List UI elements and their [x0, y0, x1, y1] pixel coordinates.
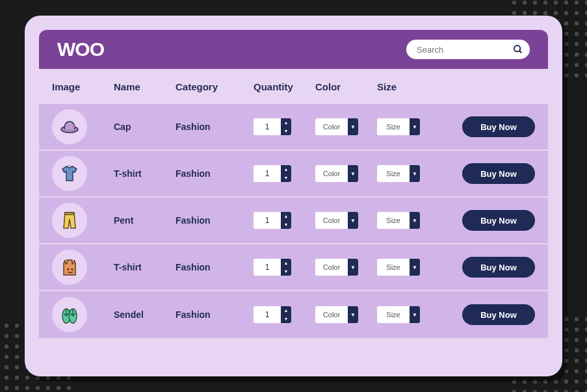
size-select[interactable]: Size ▼ — [377, 259, 420, 276]
table-row: Sendel Fashion 1 ▲ ▼ Color ▼ Size ▼ Buy … — [39, 291, 548, 338]
search-icon[interactable] — [513, 44, 523, 55]
table-header-row: Image Name Category Quantity Color Size — [39, 69, 548, 104]
product-image — [52, 203, 87, 238]
quantity-up-icon[interactable]: ▲ — [281, 259, 291, 267]
quantity-stepper[interactable]: 1 ▲ ▼ — [254, 165, 291, 182]
size-select-label: Size — [377, 118, 410, 135]
product-name: Cap — [114, 122, 176, 132]
color-select-label: Color — [315, 212, 348, 229]
product-category: Fashion — [176, 122, 254, 132]
product-name: Pent — [114, 215, 176, 226]
chevron-down-icon: ▼ — [348, 259, 358, 276]
quantity-down-icon[interactable]: ▼ — [281, 174, 291, 182]
col-category: Category — [176, 81, 254, 92]
chevron-down-icon: ▼ — [410, 259, 420, 276]
buy-now-button[interactable]: Buy Now — [462, 304, 535, 325]
product-name: Sendel — [114, 309, 176, 320]
quantity-value: 1 — [254, 259, 281, 276]
tank-icon — [59, 257, 80, 278]
sendel-icon — [59, 304, 80, 325]
col-color: Color — [315, 81, 377, 92]
product-name: T-shirt — [114, 262, 176, 272]
buy-now-button[interactable]: Buy Now — [462, 257, 535, 278]
quantity-value: 1 — [254, 118, 281, 135]
quantity-stepper[interactable]: 1 ▲ ▼ — [254, 306, 291, 323]
product-category: Fashion — [176, 215, 254, 226]
buy-now-button[interactable]: Buy Now — [462, 163, 535, 184]
pent-icon — [59, 210, 80, 231]
product-category: Fashion — [176, 309, 254, 320]
table-row: Pent Fashion 1 ▲ ▼ Color ▼ Size ▼ Buy No… — [39, 198, 548, 244]
table-row: Cap Fashion 1 ▲ ▼ Color ▼ Size ▼ Buy Now — [39, 104, 548, 151]
product-name: T-shirt — [114, 168, 176, 179]
quantity-down-icon[interactable]: ▼ — [281, 220, 291, 229]
chevron-down-icon: ▼ — [348, 212, 358, 229]
buy-now-button[interactable]: Buy Now — [462, 116, 535, 137]
size-select[interactable]: Size ▼ — [377, 165, 420, 182]
size-select-label: Size — [377, 259, 410, 276]
quantity-down-icon[interactable]: ▼ — [281, 127, 291, 135]
color-select-label: Color — [315, 165, 348, 182]
color-select-label: Color — [315, 306, 348, 323]
color-select[interactable]: Color ▼ — [315, 118, 358, 135]
col-size: Size — [377, 81, 439, 92]
color-select-label: Color — [315, 118, 348, 135]
main-panel: WOO Image Name Category Quantity Color S… — [25, 16, 562, 376]
color-select[interactable]: Color ▼ — [315, 259, 358, 276]
quantity-up-icon[interactable]: ▲ — [281, 306, 291, 315]
size-select-label: Size — [377, 212, 410, 229]
chevron-down-icon: ▼ — [410, 306, 420, 323]
svg-line-1 — [519, 51, 521, 53]
cap-icon — [59, 116, 80, 137]
quantity-up-icon[interactable]: ▲ — [281, 212, 291, 220]
size-select[interactable]: Size ▼ — [377, 118, 420, 135]
svg-point-0 — [514, 46, 520, 51]
quantity-value: 1 — [254, 212, 281, 229]
size-select-label: Size — [377, 306, 410, 323]
color-select[interactable]: Color ▼ — [315, 306, 358, 323]
chevron-down-icon: ▼ — [410, 212, 420, 229]
chevron-down-icon: ▼ — [410, 118, 420, 135]
quantity-stepper[interactable]: 1 ▲ ▼ — [254, 212, 291, 229]
chevron-down-icon: ▼ — [410, 165, 420, 182]
chevron-down-icon: ▼ — [348, 306, 358, 323]
product-table: Image Name Category Quantity Color Size … — [39, 69, 548, 338]
col-name: Name — [114, 81, 176, 92]
table-row: T-shirt Fashion 1 ▲ ▼ Color ▼ Size ▼ Buy… — [39, 151, 548, 198]
size-select[interactable]: Size ▼ — [377, 306, 420, 323]
buy-now-button[interactable]: Buy Now — [462, 210, 535, 231]
quantity-value: 1 — [254, 165, 281, 182]
quantity-stepper[interactable]: 1 ▲ ▼ — [254, 118, 291, 135]
quantity-stepper[interactable]: 1 ▲ ▼ — [254, 259, 291, 276]
logo: WOO — [57, 38, 104, 60]
tshirt-icon — [59, 163, 80, 184]
quantity-up-icon[interactable]: ▲ — [281, 165, 291, 174]
product-image — [52, 156, 87, 191]
product-image — [52, 109, 87, 144]
quantity-down-icon[interactable]: ▼ — [281, 267, 291, 276]
product-image — [52, 250, 87, 285]
product-category: Fashion — [176, 262, 254, 272]
search-input[interactable] — [406, 40, 530, 59]
quantity-up-icon[interactable]: ▲ — [281, 118, 291, 127]
col-quantity: Quantity — [254, 81, 315, 92]
product-image — [52, 297, 87, 332]
color-select[interactable]: Color ▼ — [315, 165, 358, 182]
chevron-down-icon: ▼ — [348, 118, 358, 135]
size-select[interactable]: Size ▼ — [377, 212, 420, 229]
col-image: Image — [52, 81, 114, 92]
search-wrap — [406, 40, 530, 59]
table-row: T-shirt Fashion 1 ▲ ▼ Color ▼ Size ▼ Buy… — [39, 244, 548, 291]
color-select[interactable]: Color ▼ — [315, 212, 358, 229]
quantity-down-icon[interactable]: ▼ — [281, 315, 291, 323]
chevron-down-icon: ▼ — [348, 165, 358, 182]
header-bar: WOO — [39, 30, 548, 69]
color-select-label: Color — [315, 259, 348, 276]
quantity-value: 1 — [254, 306, 281, 323]
product-category: Fashion — [176, 168, 254, 179]
size-select-label: Size — [377, 165, 410, 182]
